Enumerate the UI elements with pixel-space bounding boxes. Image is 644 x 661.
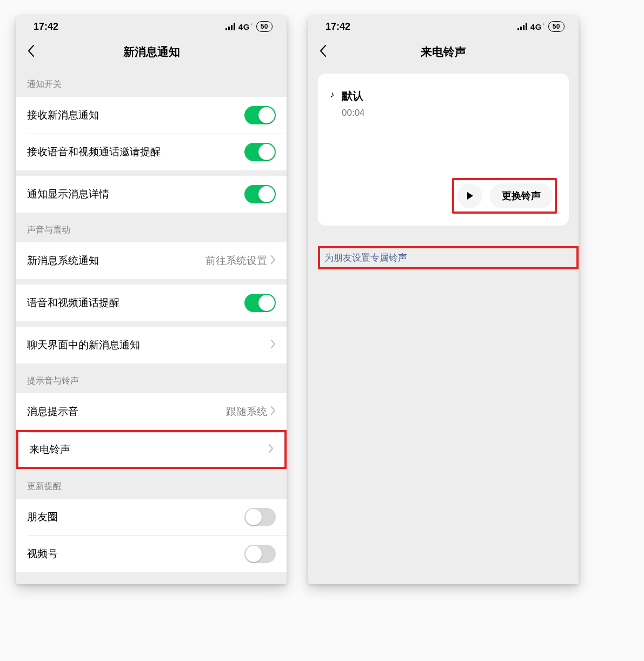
friend-ringtone-link[interactable]: 为朋友设置专属铃声: [318, 246, 579, 269]
network-label: 4G: [530, 22, 542, 31]
switch-voip-remind[interactable]: [244, 294, 276, 312]
nav-bar: 新消息通知: [16, 37, 287, 67]
cell-voip-remind[interactable]: 语音和视频通话提醒: [16, 285, 287, 321]
battery-indicator: 50: [256, 21, 273, 32]
switch-receive-voip[interactable]: [244, 143, 276, 161]
change-ringtone-button[interactable]: 更换铃声: [490, 183, 553, 208]
phone-left: 17:42 4G + 50 新消息通知 通知开关 接收新消息通知 接收语音和视频…: [16, 16, 287, 584]
battery-indicator: 50: [548, 21, 565, 32]
switch-moments[interactable]: [244, 508, 276, 526]
network-label: 4G: [238, 22, 250, 31]
status-bar: 17:42 4G + 50: [16, 16, 287, 37]
switch-receive-messages[interactable]: [244, 106, 276, 124]
status-right: 4G + 50: [225, 21, 273, 32]
signal-icon: [517, 23, 527, 30]
switch-channels[interactable]: [244, 545, 276, 563]
ringtone-card: ♪ 默认 00:04 更换铃声: [318, 74, 569, 226]
cell-receive-messages[interactable]: 接收新消息通知: [16, 97, 287, 134]
divider: [16, 279, 287, 285]
signal-icon: [225, 23, 235, 30]
status-time: 17:42: [34, 21, 58, 32]
phone-right: 17:42 4G + 50 来电铃声 ♪ 默认 00:04: [308, 16, 579, 584]
actions-highlight: 更换铃声: [452, 178, 557, 214]
chevron-right-icon: [270, 255, 276, 267]
nav-bar: 来电铃声: [308, 37, 579, 67]
divider: [16, 321, 287, 327]
page-title: 新消息通知: [16, 44, 287, 60]
section-header-sound: 声音与震动: [16, 213, 287, 242]
status-time: 17:42: [326, 21, 350, 32]
cell-receive-voip[interactable]: 接收语音和视频通话邀请提醒: [16, 134, 287, 170]
status-bar: 17:42 4G + 50: [308, 16, 579, 37]
cell-moments[interactable]: 朋友圈: [16, 499, 287, 536]
section-header-update: 更新提醒: [16, 469, 287, 499]
ringtone-name: 默认: [342, 89, 365, 103]
cell-channels[interactable]: 视频号: [16, 536, 287, 572]
cell-show-detail[interactable]: 通知显示消息详情: [16, 176, 287, 213]
status-right: 4G + 50: [517, 21, 565, 32]
cell-chat-notify[interactable]: 聊天界面中的新消息通知: [16, 327, 287, 363]
play-button[interactable]: [457, 183, 482, 208]
cell-ringtone[interactable]: 来电铃声: [16, 430, 287, 469]
network-sub: +: [250, 22, 253, 27]
chevron-right-icon: [268, 444, 274, 456]
network-sub: +: [542, 22, 545, 27]
chevron-right-icon: [270, 339, 276, 352]
ringtone-duration: 00:04: [342, 108, 365, 118]
section-header-tone: 提示音与铃声: [16, 363, 287, 393]
chevron-right-icon: [270, 406, 276, 418]
switch-show-detail[interactable]: [244, 185, 276, 203]
cell-message-tone[interactable]: 消息提示音 跟随系统: [16, 393, 287, 430]
divider: [16, 170, 287, 176]
music-note-icon: ♪: [330, 89, 334, 100]
cell-system-notify[interactable]: 新消息系统通知 前往系统设置: [16, 242, 287, 279]
section-header-notifications: 通知开关: [16, 67, 287, 97]
page-title: 来电铃声: [308, 44, 579, 60]
